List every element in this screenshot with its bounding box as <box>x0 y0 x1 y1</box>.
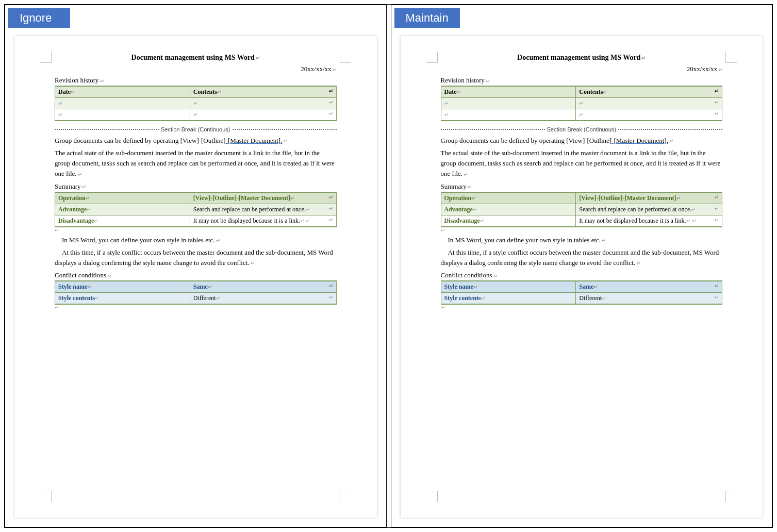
paragraph-mark: ↵ <box>441 305 723 310</box>
conflict-name-value: Same↵ <box>190 281 325 293</box>
table-cell: ↵ <box>190 98 325 109</box>
crop-mark-icon <box>426 52 438 63</box>
body-paragraph: Group documents can be defined by operat… <box>55 136 337 146</box>
summary-label: Summary <box>441 182 723 191</box>
conflict-conditions-label: Conflict conditions <box>441 271 723 279</box>
row-end-mark: ↵ <box>326 204 337 215</box>
row-end-mark: ↵ <box>712 192 722 204</box>
summary-operation-label: Operation↵ <box>55 192 190 204</box>
conflict-name-label: Style name↵ <box>55 281 190 293</box>
row-end-mark: ↵ <box>712 281 722 293</box>
row-end-mark: ↵ <box>326 109 337 121</box>
table-cell: ↵ <box>576 109 712 121</box>
row-end-mark: ↵ <box>712 98 722 109</box>
table-cell: ↵ <box>55 98 190 109</box>
section-break: Section Break (Continuous) <box>441 126 723 132</box>
summary-table: Operation↵ [View]-[Outline]-[Master Docu… <box>441 192 723 227</box>
compare-container: Ignore Document management using MS Word… <box>4 4 773 528</box>
crop-mark-icon <box>340 52 351 63</box>
summary-disadvantage-value: It may not be displayed because it is a … <box>190 215 325 227</box>
crop-mark-icon <box>725 52 737 63</box>
summary-disadvantage-value: It may not be displayed because it is a … <box>576 215 712 227</box>
left-pane: Ignore Document management using MS Word… <box>5 5 387 527</box>
revision-history-label: Revision history <box>55 76 337 85</box>
summary-operation-value: [View]-[Outline]-[Master Document]↵ <box>190 192 325 204</box>
summary-operation-value: [View]-[Outline]-[Master Document]↵ <box>576 192 712 204</box>
row-end-mark: ↵ <box>326 98 337 109</box>
summary-advantage-label: Advantage↵ <box>55 204 190 215</box>
table-cell: ↵ <box>441 98 576 109</box>
body-paragraph: In MS Word, you can define your own styl… <box>55 235 337 245</box>
right-page: Document management using MS Word 20xx/x… <box>401 36 763 518</box>
col-date: Date↵ <box>55 86 190 98</box>
row-end-mark: ↵ <box>712 204 722 215</box>
col-contents: Contents↵ <box>190 86 325 98</box>
doc-date: 20xx/xx/xx <box>55 65 337 73</box>
left-page: Document management using MS Word 20xx/x… <box>14 36 377 518</box>
crop-mark-icon <box>725 491 737 502</box>
row-end-mark: ↵ <box>712 86 722 98</box>
crop-mark-icon <box>340 491 351 502</box>
paragraph-mark: ↵ <box>55 305 337 310</box>
summary-table: Operation↵ [View]-[Outline]-[Master Docu… <box>55 192 337 227</box>
doc-date: 20xx/xx/xx <box>441 65 723 73</box>
summary-advantage-value: Search and replace can be performed at o… <box>576 204 712 215</box>
crop-mark-icon <box>40 491 52 502</box>
conflict-contents-label: Style contents↵ <box>55 292 190 304</box>
conflict-table: Style name↵ Same↵ ↵ Style contents↵ Diff… <box>441 280 723 305</box>
row-end-mark: ↵ <box>326 215 337 227</box>
conflict-contents-label: Style contents↵ <box>441 292 576 304</box>
conflict-name-label: Style name↵ <box>441 281 576 293</box>
crop-mark-icon <box>40 52 52 63</box>
crop-mark-icon <box>426 491 438 502</box>
body-paragraph: At this time, if a style conflict occurs… <box>55 247 337 268</box>
body-paragraph: The actual state of the sub-document ins… <box>441 148 723 179</box>
table-cell: ↵ <box>576 98 712 109</box>
conflict-contents-value: Different↵ <box>576 292 712 304</box>
doc-title: Document management using MS Word <box>55 54 337 62</box>
body-paragraph: Group documents can be defined by operat… <box>441 136 723 146</box>
col-date: Date↵ <box>441 86 576 98</box>
conflict-conditions-label: Conflict conditions <box>55 271 337 279</box>
conflict-name-value: Same↵ <box>576 281 712 293</box>
revision-history-table: Date↵ Contents↵ ↵ ↵ ↵ ↵ ↵ ↵ ↵ <box>55 86 337 121</box>
row-end-mark: ↵ <box>326 281 337 293</box>
summary-advantage-label: Advantage↵ <box>441 204 576 215</box>
summary-label: Summary <box>55 182 337 191</box>
conflict-contents-value: Different↵ <box>190 292 325 304</box>
table-cell: ↵ <box>55 109 190 121</box>
revision-history-label: Revision history <box>441 76 723 85</box>
revision-history-table: Date↵ Contents↵ ↵ ↵ ↵ ↵ ↵ ↵ ↵ <box>441 86 723 121</box>
body-paragraph: In MS Word, you can define your own styl… <box>441 235 723 245</box>
row-end-mark: ↵ <box>326 86 337 98</box>
summary-disadvantage-label: Disadvantage↵ <box>441 215 576 227</box>
col-contents: Contents↵ <box>576 86 712 98</box>
row-end-mark: ↵ <box>326 292 337 304</box>
row-end-mark: ↵ <box>712 215 722 227</box>
table-cell: ↵ <box>190 109 325 121</box>
row-end-mark: ↵ <box>712 109 722 121</box>
body-paragraph: At this time, if a style conflict occurs… <box>441 247 723 268</box>
left-pane-label: Ignore <box>8 8 70 28</box>
summary-disadvantage-label: Disadvantage↵ <box>55 215 190 227</box>
conflict-table: Style name↵ Same↵ ↵ Style contents↵ Diff… <box>55 280 337 305</box>
right-pane-label: Maintain <box>394 8 460 28</box>
table-cell: ↵ <box>441 109 576 121</box>
right-pane: Maintain Document management using MS Wo… <box>391 5 773 527</box>
body-paragraph: The actual state of the sub-document ins… <box>55 148 337 179</box>
section-break: Section Break (Continuous) <box>55 126 337 132</box>
doc-title: Document management using MS Word <box>441 54 723 62</box>
paragraph-mark: ↵ <box>55 227 337 233</box>
summary-operation-label: Operation↵ <box>441 192 576 204</box>
paragraph-mark: ↵ <box>441 227 723 233</box>
row-end-mark: ↵ <box>326 192 337 204</box>
row-end-mark: ↵ <box>712 292 722 304</box>
summary-advantage-value: Search and replace can be performed at o… <box>190 204 325 215</box>
